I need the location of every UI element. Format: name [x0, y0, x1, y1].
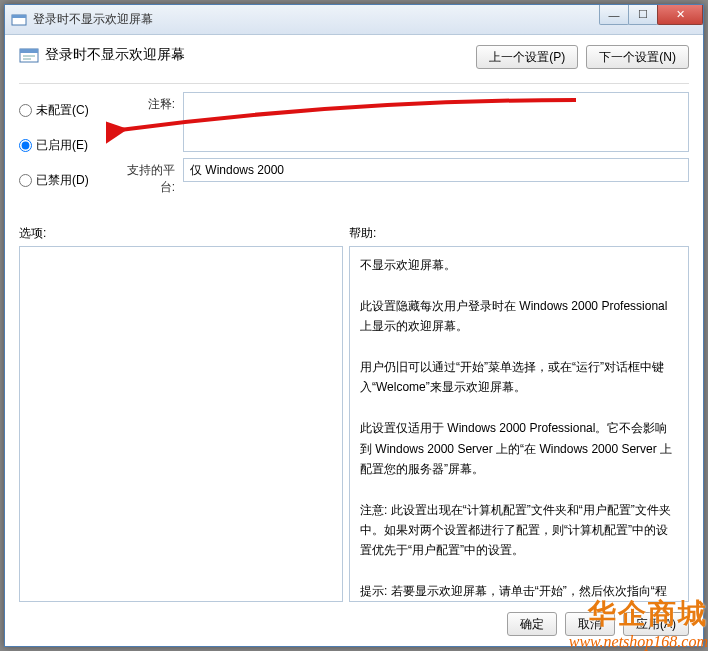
- platform-value: 仅 Windows 2000: [183, 158, 689, 182]
- options-label: 选项:: [19, 225, 349, 242]
- ok-button[interactable]: 确定: [507, 612, 557, 636]
- apply-button[interactable]: 应用(A): [623, 612, 689, 636]
- dialog-window: 登录时不显示欢迎屏幕 — ☐ ✕ 登录时不显示欢迎屏幕 上一个设置(P) 下一个…: [4, 4, 704, 647]
- radio-enabled-input[interactable]: [19, 139, 32, 152]
- radio-enabled[interactable]: 已启用(E): [19, 137, 115, 154]
- svg-rect-1: [12, 15, 26, 18]
- radio-not-configured-label: 未配置(C): [36, 102, 89, 119]
- next-setting-button[interactable]: 下一个设置(N): [586, 45, 689, 69]
- dialog-footer: 确定 取消 应用(A): [19, 602, 689, 636]
- state-radios: 未配置(C) 已启用(E) 已禁用(D): [19, 92, 115, 207]
- svg-rect-3: [20, 49, 38, 53]
- close-button[interactable]: ✕: [657, 5, 703, 25]
- help-pane[interactable]: 不显示欢迎屏幕。 此设置隐藏每次用户登录时在 Windows 2000 Prof…: [349, 246, 689, 602]
- help-p4: 此设置仅适用于 Windows 2000 Professional。它不会影响到…: [360, 418, 678, 479]
- minimize-button[interactable]: —: [599, 5, 629, 25]
- options-pane: [19, 246, 343, 602]
- help-p3: 用户仍旧可以通过“开始”菜单选择，或在“运行”对话框中键入“Welcome”来显…: [360, 357, 678, 398]
- window-controls: — ☐ ✕: [600, 5, 703, 25]
- comment-label: 注释:: [115, 92, 183, 152]
- maximize-button[interactable]: ☐: [628, 5, 658, 25]
- help-label: 帮助:: [349, 225, 376, 242]
- radio-not-configured-input[interactable]: [19, 104, 32, 117]
- policy-header-icon: [19, 45, 39, 65]
- radio-enabled-label: 已启用(E): [36, 137, 88, 154]
- dialog-content: 登录时不显示欢迎屏幕 上一个设置(P) 下一个设置(N) 未配置(C) 已启用(…: [5, 35, 703, 646]
- help-p5: 注意: 此设置出现在“计算机配置”文件夹和“用户配置”文件夹中。如果对两个设置都…: [360, 500, 678, 561]
- help-p6: 提示: 若要显示欢迎屏幕，请单击“开始”，然后依次指向“程序”、“附件”、“系统…: [360, 581, 678, 602]
- policy-title: 登录时不显示欢迎屏幕: [45, 46, 185, 64]
- help-p2: 此设置隐藏每次用户登录时在 Windows 2000 Professional …: [360, 296, 678, 337]
- policy-icon: [11, 12, 27, 28]
- titlebar[interactable]: 登录时不显示欢迎屏幕 — ☐ ✕: [5, 5, 703, 35]
- radio-disabled-label: 已禁用(D): [36, 172, 89, 189]
- radio-disabled[interactable]: 已禁用(D): [19, 172, 115, 189]
- help-p1: 不显示欢迎屏幕。: [360, 255, 678, 275]
- platform-label: 支持的平台:: [115, 158, 183, 196]
- divider: [19, 83, 689, 84]
- window-title: 登录时不显示欢迎屏幕: [33, 11, 600, 28]
- radio-not-configured[interactable]: 未配置(C): [19, 102, 115, 119]
- comment-input[interactable]: [183, 92, 689, 152]
- cancel-button[interactable]: 取消: [565, 612, 615, 636]
- radio-disabled-input[interactable]: [19, 174, 32, 187]
- prev-setting-button[interactable]: 上一个设置(P): [476, 45, 578, 69]
